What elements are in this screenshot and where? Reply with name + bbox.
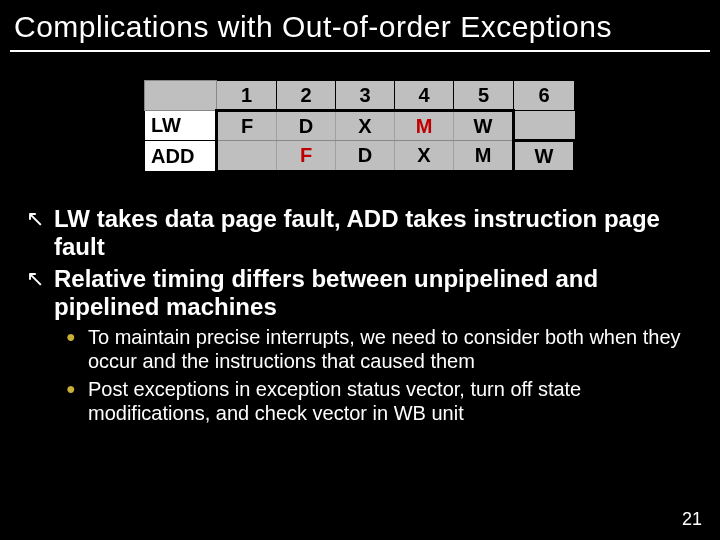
stage-cell: M bbox=[454, 141, 514, 172]
stage-cell: W bbox=[514, 141, 575, 172]
table-row: ADD F D X M W bbox=[145, 141, 575, 172]
table-row: LW F D X M W bbox=[145, 111, 575, 141]
stage-cell-fault: M bbox=[395, 111, 454, 141]
stage-cell: W bbox=[454, 111, 514, 141]
col-header: 3 bbox=[336, 81, 395, 111]
bullet-level2: ● Post exceptions in exception status ve… bbox=[66, 377, 694, 425]
bullet-text: LW takes data page fault, ADD takes inst… bbox=[54, 205, 694, 261]
table-header-row: 1 2 3 4 5 6 bbox=[145, 81, 575, 111]
row-label: LW bbox=[145, 111, 217, 141]
bullet-arrow-icon: ↖ bbox=[26, 205, 54, 233]
page-number: 21 bbox=[682, 509, 702, 530]
stage-cell: X bbox=[395, 141, 454, 172]
col-header: 2 bbox=[277, 81, 336, 111]
pipeline-table-wrap: 1 2 3 4 5 6 LW F D X M W ADD F D X bbox=[0, 80, 720, 173]
col-header: 6 bbox=[514, 81, 575, 111]
bullet-dot-icon: ● bbox=[66, 325, 88, 349]
bullet-level2: ● To maintain precise interrupts, we nee… bbox=[66, 325, 694, 373]
col-header: 1 bbox=[217, 81, 277, 111]
row-label: ADD bbox=[145, 141, 217, 172]
stage-cell: X bbox=[336, 111, 395, 141]
bullet-dot-icon: ● bbox=[66, 377, 88, 401]
stage-cell: F bbox=[217, 111, 277, 141]
col-header: 5 bbox=[454, 81, 514, 111]
slide-title: Complications with Out-of-order Exceptio… bbox=[0, 0, 720, 50]
stage-cell: D bbox=[277, 111, 336, 141]
bullet-level1: ↖ Relative timing differs between unpipe… bbox=[26, 265, 694, 321]
title-underline bbox=[10, 50, 710, 52]
bullet-text: Post exceptions in exception status vect… bbox=[88, 377, 694, 425]
bullet-text: Relative timing differs between unpipeli… bbox=[54, 265, 694, 321]
bullet-list: ↖ LW takes data page fault, ADD takes in… bbox=[0, 205, 720, 425]
col-header: 4 bbox=[395, 81, 454, 111]
stage-cell bbox=[217, 141, 277, 172]
slide: Complications with Out-of-order Exceptio… bbox=[0, 0, 720, 540]
stage-cell bbox=[514, 111, 575, 141]
bullet-arrow-icon: ↖ bbox=[26, 265, 54, 293]
stage-cell: D bbox=[336, 141, 395, 172]
table-corner bbox=[145, 81, 217, 111]
bullet-level1: ↖ LW takes data page fault, ADD takes in… bbox=[26, 205, 694, 261]
pipeline-table: 1 2 3 4 5 6 LW F D X M W ADD F D X bbox=[144, 80, 576, 173]
stage-cell-fault: F bbox=[277, 141, 336, 172]
bullet-text: To maintain precise interrupts, we need … bbox=[88, 325, 694, 373]
